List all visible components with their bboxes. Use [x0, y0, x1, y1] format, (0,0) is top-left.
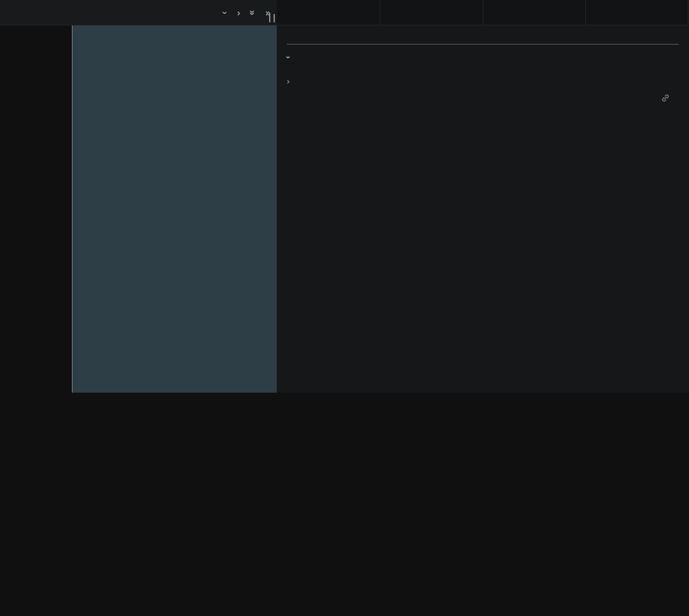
span-detail-row: › › — [0, 25, 689, 393]
trace-timeline-app: › › » » › › — [0, 0, 689, 616]
detail-header — [287, 33, 679, 38]
link-icon — [661, 94, 670, 102]
header-row: › › » » — [0, 0, 689, 25]
service-operation-header: › › » » — [0, 0, 277, 25]
collapse-all-icon[interactable]: » — [250, 8, 255, 17]
span-id-row — [287, 94, 679, 102]
resource-attributes-row[interactable]: › — [287, 78, 679, 85]
chevron-right-icon[interactable]: › — [237, 8, 240, 17]
selected-span-highlight — [72, 25, 277, 393]
span-attributes-section-header[interactable]: › — [287, 53, 679, 61]
collapse-chevron-icon: › — [287, 53, 289, 61]
span-detail-panel: › › — [277, 25, 689, 393]
chevron-down-icon[interactable]: › — [224, 8, 227, 17]
panel-resize-handle[interactable] — [269, 14, 275, 22]
timeline-ruler — [277, 0, 689, 25]
expand-chevron-icon: › — [287, 78, 289, 85]
detail-left-area — [0, 25, 277, 393]
divider — [287, 44, 679, 45]
